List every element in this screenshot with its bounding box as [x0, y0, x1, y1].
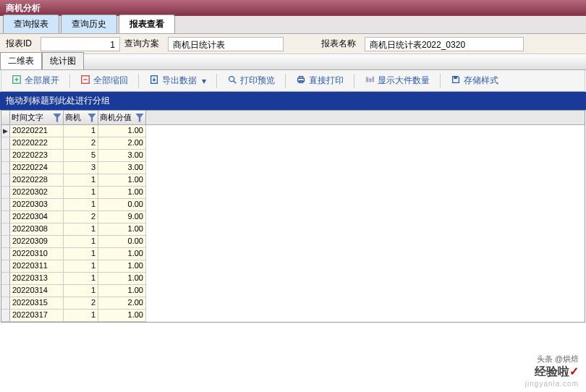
cell-score[interactable]: 1.00	[98, 174, 146, 187]
row-indicator[interactable]	[1, 162, 10, 174]
table-row[interactable]: 2022031311.00	[1, 273, 585, 285]
row-indicator[interactable]	[1, 273, 10, 285]
cell-date[interactable]: 20220310	[10, 248, 64, 260]
toolbar-print-button[interactable]: 直接打印	[290, 72, 349, 89]
row-indicator[interactable]	[1, 223, 10, 236]
table-row[interactable]: 2022030211.00	[1, 187, 585, 199]
cell-date[interactable]: 20220303	[10, 199, 64, 211]
cell-date[interactable]: 20220314	[10, 285, 64, 297]
toolbar-expand-button[interactable]: 全部展开	[6, 72, 65, 89]
cell-date[interactable]: 20220315	[10, 297, 64, 310]
sub-tab-0[interactable]: 二维表	[0, 52, 42, 69]
cell-score[interactable]: 0.00	[98, 236, 146, 248]
cell-count[interactable]: 3	[64, 162, 98, 174]
cell-date[interactable]: 20220317	[10, 310, 64, 322]
cell-score[interactable]: 1.00	[98, 125, 146, 137]
cell-score[interactable]: 2.00	[98, 137, 146, 150]
row-indicator[interactable]	[1, 236, 10, 248]
cell-score[interactable]: 1.00	[98, 310, 146, 322]
main-tab-2[interactable]: 报表查看	[119, 14, 175, 33]
plan-field[interactable]: 商机日统计表	[168, 37, 284, 51]
row-indicator[interactable]	[1, 248, 10, 260]
cell-score[interactable]: 3.00	[98, 162, 146, 174]
cell-count[interactable]: 1	[64, 310, 98, 322]
cell-count[interactable]: 1	[64, 248, 98, 260]
cell-date[interactable]: 20220224	[10, 162, 64, 174]
cell-date[interactable]: 20220308	[10, 223, 64, 236]
table-row[interactable]: 2022031711.00	[1, 310, 585, 322]
table-row[interactable]: 2022031011.00	[1, 248, 585, 260]
row-indicator[interactable]	[1, 137, 10, 150]
cell-count[interactable]: 1	[64, 174, 98, 187]
cell-count[interactable]: 1	[64, 260, 98, 273]
table-row[interactable]: 2022022811.00	[1, 174, 585, 187]
cell-date[interactable]: 20220311	[10, 260, 64, 273]
cell-score[interactable]: 1.00	[98, 273, 146, 285]
main-tab-0[interactable]: 查询报表	[3, 14, 59, 33]
cell-score[interactable]: 1.00	[98, 260, 146, 273]
cell-count[interactable]: 2	[64, 137, 98, 150]
filter-icon[interactable]	[135, 114, 144, 122]
toolbar-save-button[interactable]: 存储样式	[445, 72, 504, 89]
row-selector-header[interactable]	[1, 111, 10, 124]
toolbar-export-button[interactable]: 导出数据▾	[143, 72, 212, 89]
row-indicator[interactable]	[1, 187, 10, 199]
cell-score[interactable]: 9.00	[98, 211, 146, 223]
table-row[interactable]: 2022030429.00	[1, 211, 585, 223]
cell-date[interactable]: 20220309	[10, 236, 64, 248]
row-indicator[interactable]	[1, 199, 10, 211]
toolbar-collapse-button[interactable]: 全部缩回	[75, 72, 134, 89]
cell-date[interactable]: 20220223	[10, 150, 64, 162]
cell-score[interactable]: 3.00	[98, 150, 146, 162]
row-indicator[interactable]	[1, 310, 10, 322]
row-indicator[interactable]	[1, 211, 10, 223]
cell-score[interactable]: 1.00	[98, 248, 146, 260]
table-row[interactable]: 2022030910.00	[1, 236, 585, 248]
cell-count[interactable]: 1	[64, 223, 98, 236]
cell-date[interactable]: 20220222	[10, 137, 64, 150]
row-indicator[interactable]	[1, 285, 10, 297]
row-indicator[interactable]: ▶	[1, 125, 10, 137]
report-id-field[interactable]: 1	[41, 37, 120, 51]
column-header-count[interactable]: 商机	[64, 111, 98, 124]
column-header-score[interactable]: 商机分值	[98, 111, 146, 124]
cell-count[interactable]: 1	[64, 273, 98, 285]
cell-date[interactable]: 20220304	[10, 211, 64, 223]
row-indicator[interactable]	[1, 297, 10, 310]
cell-count[interactable]: 1	[64, 187, 98, 199]
filter-icon[interactable]	[88, 114, 96, 122]
table-row[interactable]: ▶2022022111.00	[1, 125, 585, 137]
cell-count[interactable]: 1	[64, 199, 98, 211]
cell-date[interactable]: 20220302	[10, 187, 64, 199]
toolbar-count-button[interactable]: 显示大件数量	[359, 72, 436, 89]
table-row[interactable]: 2022031411.00	[1, 285, 585, 297]
cell-score[interactable]: 1.00	[98, 187, 146, 199]
cell-score[interactable]: 1.00	[98, 223, 146, 236]
row-indicator[interactable]	[1, 150, 10, 162]
row-indicator[interactable]	[1, 174, 10, 187]
table-row[interactable]: 2022022222.00	[1, 137, 585, 150]
toolbar-preview-button[interactable]: 打印预览	[221, 72, 281, 89]
table-row[interactable]: 2022031111.00	[1, 260, 585, 273]
sub-tab-1[interactable]: 统计图	[42, 52, 84, 69]
cell-score[interactable]: 2.00	[98, 297, 146, 310]
table-row[interactable]: 2022030811.00	[1, 223, 585, 236]
column-header-date[interactable]: 时间文字	[10, 111, 64, 124]
cell-date[interactable]: 20220228	[10, 174, 64, 187]
cell-count[interactable]: 2	[64, 297, 98, 310]
table-row[interactable]: 2022031522.00	[1, 297, 585, 310]
cell-count[interactable]: 1	[64, 285, 98, 297]
row-indicator[interactable]	[1, 260, 10, 273]
table-row[interactable]: 2022022353.00	[1, 150, 585, 162]
group-panel[interactable]: 拖动列标题到此处进行分组	[0, 92, 586, 110]
cell-score[interactable]: 1.00	[98, 285, 146, 297]
cell-date[interactable]: 20220313	[10, 273, 64, 285]
cell-score[interactable]: 0.00	[98, 199, 146, 211]
report-name-field[interactable]: 商机日统计表2022_0320	[365, 37, 524, 51]
data-grid[interactable]: 时间文字 商机 商机分值 ▶2022022111.002022022222.00…	[1, 110, 585, 323]
cell-count[interactable]: 1	[64, 236, 98, 248]
cell-count[interactable]: 2	[64, 211, 98, 223]
main-tab-1[interactable]: 查询历史	[61, 14, 117, 33]
table-row[interactable]: 2022022433.00	[1, 162, 585, 174]
filter-icon[interactable]	[53, 114, 61, 122]
